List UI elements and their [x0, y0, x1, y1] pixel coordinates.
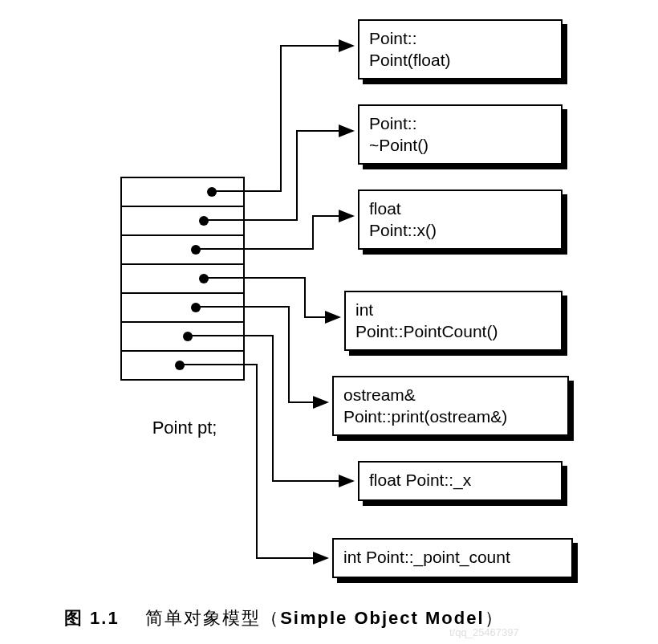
caption-suffix: ）: [485, 608, 504, 628]
member-box-data-pointcount: int Point::_point_count: [332, 538, 573, 578]
object-instance-label: Point pt;: [124, 418, 245, 438]
object-slot: [122, 207, 243, 236]
object-slot: [122, 265, 243, 294]
pointer-dot: [199, 216, 209, 226]
member-box-constructor: Point:: Point(float): [358, 19, 563, 79]
figure-caption: 图 1.1 简单对象模型（Simple Object Model）: [64, 606, 504, 630]
pointer-dot: [207, 187, 217, 197]
member-box-method-print: ostream& Point::print(ostream&): [332, 376, 569, 436]
object-slot: [122, 294, 243, 323]
member-box-data-x: float Point::_x: [358, 461, 563, 501]
pointer-dot: [191, 303, 201, 312]
object-slot: [122, 236, 243, 265]
object-slot: [122, 352, 243, 381]
object-slot: [122, 178, 243, 207]
figure-number: 图 1.1: [64, 608, 120, 628]
member-box-method-x: float Point::x(): [358, 190, 563, 250]
object-slot-table: [120, 177, 245, 381]
simple-object-model-diagram: Point pt; Point:: Point(float) Point:: ~…: [0, 0, 658, 644]
caption-text-en: Simple Object Model: [280, 608, 484, 628]
caption-text-cn: 简单对象模型（: [145, 608, 280, 628]
pointer-dot: [199, 274, 209, 283]
object-slot: [122, 323, 243, 352]
member-box-method-pointcount: int Point::PointCount(): [344, 291, 563, 351]
pointer-dot: [175, 361, 185, 370]
member-box-destructor: Point:: ~Point(): [358, 104, 563, 165]
pointer-dot: [191, 245, 201, 255]
watermark-text: t/qq_25467397: [449, 626, 519, 638]
pointer-dot: [183, 332, 193, 341]
